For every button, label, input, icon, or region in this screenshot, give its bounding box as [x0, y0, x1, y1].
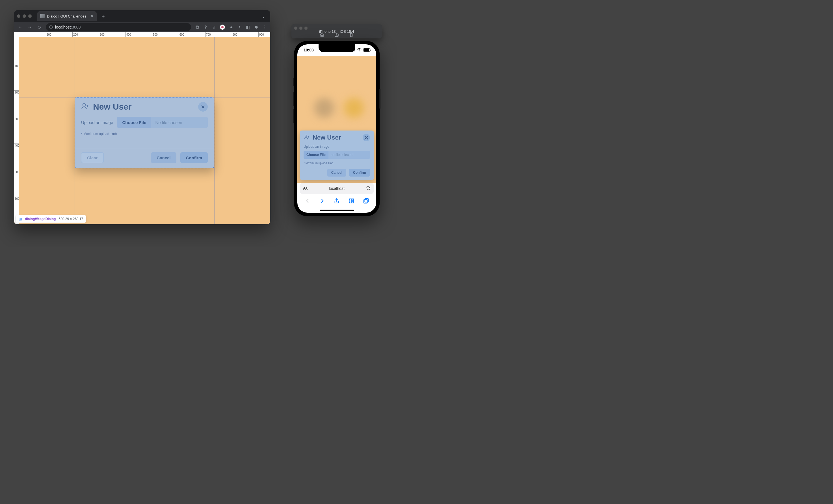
sim-min-dot[interactable]: [299, 27, 303, 30]
window-controls[interactable]: [17, 15, 32, 18]
address-bar[interactable]: ⓘ localhost:3000: [46, 23, 191, 31]
clock: 10:03: [304, 48, 314, 52]
user-add-icon: [304, 134, 310, 141]
dialog-title: New User: [93, 102, 132, 111]
guide-line: [214, 37, 215, 224]
forward-button[interactable]: →: [27, 25, 33, 30]
file-input[interactable]: Choose File No file chosen: [117, 117, 208, 128]
menu-icon[interactable]: ⋮: [262, 25, 267, 30]
safari-viewport: New User Upload an image Choose File no …: [298, 56, 376, 183]
battery-icon: [363, 48, 370, 52]
mobile-dialog-title: New User: [313, 134, 341, 141]
phone-screen: 10:03 New User Upload an image Choose Fi…: [298, 44, 376, 213]
back-button[interactable]: ←: [17, 25, 23, 30]
panel-icon[interactable]: ◧: [245, 25, 251, 30]
open-external-icon[interactable]: ⧉: [194, 25, 199, 30]
upload-hint: * Maximum upload 1mb: [81, 132, 208, 136]
site-info-icon[interactable]: ⓘ: [49, 25, 53, 30]
side-button: [293, 78, 294, 86]
svg-rect-1: [335, 34, 338, 36]
rotate-icon[interactable]: [349, 33, 354, 37]
safari-tabs-icon[interactable]: [363, 198, 369, 205]
mobile-dialog: New User Upload an image Choose File no …: [300, 130, 374, 180]
star-icon[interactable]: ☆: [211, 25, 216, 30]
svg-rect-10: [364, 199, 367, 203]
ruler-corner: [14, 32, 19, 37]
safari-share-icon[interactable]: [334, 198, 340, 205]
wifi-icon: [357, 48, 361, 52]
home-icon[interactable]: [320, 33, 324, 37]
safari-address-bar[interactable]: AA localhost: [300, 183, 374, 194]
mobile-file-input[interactable]: Choose File no file selected: [304, 151, 370, 159]
choose-file-button[interactable]: Choose File: [117, 117, 151, 128]
mobile-confirm-button[interactable]: Confirm: [349, 169, 370, 177]
mobile-choose-file[interactable]: Choose File: [304, 151, 329, 159]
mobile-file-text: no file selected: [329, 151, 370, 159]
grid-icon: ⊞: [19, 217, 22, 221]
side-button: [293, 92, 294, 106]
sim-max-dot[interactable]: [304, 27, 308, 30]
dialog-footer: Clear Cancel Confirm: [75, 148, 214, 168]
profile-icon[interactable]: ☻: [254, 25, 259, 30]
simulator-titlebar: iPhone 13 – iOS 15.4: [291, 24, 382, 39]
mobile-upload-label: Upload an image: [304, 145, 370, 149]
clear-button[interactable]: Clear: [81, 152, 104, 163]
browser-tab[interactable]: Dialog | GUI Challenges ✕: [37, 11, 97, 21]
mobile-dialog-close[interactable]: [363, 134, 370, 141]
viewport: 100 200 300 400 500 600 700 800 900 100 …: [14, 32, 270, 224]
side-button: [293, 109, 294, 123]
media-icon[interactable]: ♪: [237, 25, 242, 30]
safari-reload-icon[interactable]: [366, 186, 371, 191]
min-dot[interactable]: [23, 15, 26, 18]
file-name-text: No file chosen: [151, 117, 208, 128]
blur-blob: [314, 98, 334, 118]
share-icon[interactable]: ⇪: [203, 25, 208, 30]
ruler-vertical: 100 200 300 400 500 600: [14, 37, 19, 224]
mobile-cancel-button[interactable]: Cancel: [327, 169, 346, 177]
sim-close-dot[interactable]: [294, 27, 298, 30]
dialog-header: New User: [75, 98, 214, 116]
extensions-puzzle-icon[interactable]: ✦: [229, 25, 234, 30]
confirm-button[interactable]: Confirm: [180, 152, 208, 163]
tab-close-icon[interactable]: ✕: [91, 14, 94, 18]
ruler-horizontal: 100 200 300 400 500 600 700 800 900: [19, 32, 270, 37]
blur-blob: [344, 98, 364, 118]
reload-button[interactable]: ⟳: [36, 25, 42, 30]
screenshot-icon[interactable]: [334, 33, 339, 37]
user-add-icon: [81, 102, 89, 111]
max-dot[interactable]: [28, 15, 32, 18]
favicon: [40, 14, 45, 18]
safari-toolbar: [298, 195, 376, 208]
extension-icon[interactable]: [220, 25, 225, 30]
svg-point-0: [83, 104, 86, 106]
tabs-overflow-icon[interactable]: ⌄: [259, 14, 267, 19]
chrome-window: Dialog | GUI Challenges ✕ ＋ ⌄ ← → ⟳ ⓘ lo…: [14, 10, 270, 224]
safari-back-icon[interactable]: [304, 198, 311, 205]
devtools-dims: 520.29 × 263.17: [58, 217, 83, 221]
url-host: localhost: [55, 25, 71, 29]
mobile-hint: * Maximum upload 1mb: [304, 161, 370, 165]
side-button: [379, 89, 380, 109]
upload-label: Upload an image: [81, 120, 113, 125]
home-indicator[interactable]: [298, 208, 376, 213]
svg-rect-3: [351, 33, 353, 37]
tab-title: Dialog | GUI Challenges: [47, 14, 86, 18]
text-size-icon[interactable]: AA: [303, 186, 307, 191]
dialog-close-button[interactable]: [198, 102, 208, 111]
mobile-dialog-header: New User: [304, 134, 370, 141]
tab-strip: Dialog | GUI Challenges ✕ ＋ ⌄: [14, 10, 270, 22]
new-tab-button[interactable]: ＋: [99, 13, 108, 20]
cancel-button[interactable]: Cancel: [151, 152, 176, 163]
safari-bookmarks-icon[interactable]: [348, 198, 354, 205]
safari-forward-icon[interactable]: [319, 198, 325, 205]
devtools-selector: dialog#MegaDialog: [25, 217, 56, 221]
svg-point-2: [336, 35, 337, 36]
svg-point-8: [305, 135, 307, 137]
dialog-body: Upload an image Choose File No file chos…: [75, 116, 214, 138]
close-dot[interactable]: [17, 15, 20, 18]
devtools-overlay: ⊞ dialog#MegaDialog 520.29 × 263.17: [16, 215, 86, 223]
url-port: :3000: [71, 25, 80, 29]
page-canvas: New User Upload an image Choose File No …: [19, 37, 270, 224]
browser-toolbar: ← → ⟳ ⓘ localhost:3000 ⧉ ⇪ ☆ ✦ ♪ ◧ ☻ ⋮: [14, 22, 270, 32]
safari-host: localhost: [307, 186, 366, 191]
